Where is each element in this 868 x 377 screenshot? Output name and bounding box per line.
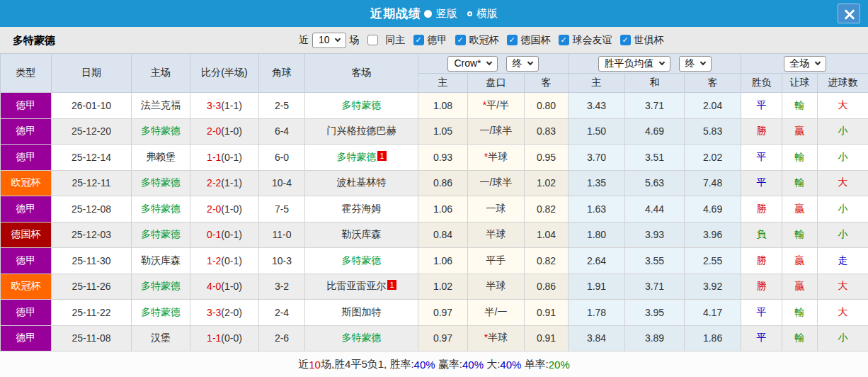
sub-header-odds-away: 客 <box>525 74 569 93</box>
avg-odds-home: 2.64 <box>569 248 625 274</box>
half-score: (0-1) <box>221 229 242 240</box>
away-team-name: 斯图加特 <box>342 306 382 317</box>
odds-period-select[interactable]: 终 <box>506 56 539 72</box>
league-badge: 德甲 <box>1 325 52 351</box>
handicap-line: *半球 <box>468 325 525 351</box>
result-handicap: 贏 <box>782 274 818 300</box>
avg-odds-home: 1.63 <box>569 196 625 223</box>
unit-label: 场 <box>350 34 360 47</box>
col-header-type: 类型 <box>1 54 52 93</box>
score-cell: 3-3(1-1) <box>190 93 259 119</box>
match-date: 25-12-03 <box>52 222 132 248</box>
summary-segment: 近 <box>298 358 309 371</box>
handicap-line: 一/球半 <box>468 170 525 196</box>
handicap-text: 一/球半 <box>480 176 513 188</box>
away-team: 多特蒙德 <box>305 325 418 351</box>
german-cup-checkbox[interactable] <box>507 35 518 45</box>
handicap-odds-home: 0.97 <box>418 325 468 351</box>
avg-odds-draw: 3.93 <box>625 222 685 248</box>
vertical-layout-radio-icon[interactable] <box>424 10 432 18</box>
home-team: 法兰克福 <box>132 93 190 119</box>
avg-odds-draw: 3.51 <box>625 145 685 171</box>
champions-league-checkbox[interactable] <box>455 35 466 45</box>
score-cell: 0-1(0-1) <box>190 222 259 248</box>
avg-odds-select[interactable]: 胜平负均值 <box>598 56 670 72</box>
results-tbody: 德甲26-01-10法兰克福3-3(1-1)2-5多特蒙德1.08*平/半0.8… <box>1 93 868 351</box>
same-home-checkbox[interactable] <box>367 35 378 45</box>
full-score: 0-1 <box>207 229 221 240</box>
avg-odds-home: 3.43 <box>569 93 625 119</box>
sub-header-result: 胜负 <box>741 74 782 93</box>
handicap-odds-away: 0.95 <box>525 145 569 171</box>
handicap-line: 一/球半 <box>468 118 525 145</box>
chevron-down-icon <box>814 59 820 64</box>
home-team: 多特蒙德 <box>132 196 190 223</box>
odds-company-select[interactable]: Crow* <box>447 56 497 72</box>
handicap-text: 半球 <box>488 151 508 162</box>
away-team: 斯图加特 <box>305 300 418 326</box>
handicap-line: 半球 <box>468 222 525 248</box>
away-team: 多特蒙德 <box>305 93 418 119</box>
result-outcome: 勝 <box>741 274 782 300</box>
corners: 2-6 <box>259 325 305 351</box>
handicap-odds-home: 0.97 <box>418 300 468 326</box>
handicap-text: 一球 <box>486 203 506 214</box>
full-score: 1-1 <box>207 332 221 344</box>
league-badge: 德甲 <box>1 196 52 223</box>
horizontal-layout-radio-icon[interactable] <box>467 11 472 16</box>
result-handicap: 輸 <box>782 93 818 119</box>
handicap-text: 平/半 <box>486 99 509 111</box>
vertical-layout-option[interactable]: 竖版 <box>436 7 457 21</box>
half-score: (1-0) <box>221 125 242 137</box>
handicap-line: *半球 <box>468 145 525 171</box>
col-header-corners: 角球 <box>259 54 305 93</box>
avg-odds-away: 7.48 <box>685 170 741 196</box>
corners: 10-3 <box>259 248 305 274</box>
avg-period-select[interactable]: 终 <box>679 56 712 72</box>
summary-segment: 20% <box>549 359 570 371</box>
away-team-name: 多特蒙德 <box>336 151 376 162</box>
result-outcome: 勝 <box>741 196 782 223</box>
match-row: 德甲26-01-10法兰克福3-3(1-1)2-5多特蒙德1.08*平/半0.8… <box>1 93 868 119</box>
full-score: 1-1 <box>207 152 221 163</box>
recent-count-select[interactable]: 10 <box>312 33 346 48</box>
handicap-odds-away: 0.91 <box>525 325 569 351</box>
result-outcome: 負 <box>741 222 782 248</box>
scope-controls-cell: 全场 <box>741 54 868 74</box>
avg-odds-draw: 4.44 <box>625 196 685 223</box>
corners: 2-4 <box>259 300 305 326</box>
score-cell: 2-0(1-0) <box>190 196 259 223</box>
bundesliga-checkbox[interactable] <box>413 35 424 45</box>
handicap-odds-away: 0.86 <box>525 274 569 300</box>
corners: 3-2 <box>259 274 305 300</box>
result-handicap: 贏 <box>782 118 818 145</box>
league-badge: 欧冠杯 <box>1 170 52 196</box>
recent-results-panel: 近期战绩 竖版 横版 多特蒙德 近 10 场 同主 德甲 欧冠杯 <box>0 0 868 377</box>
handicap-odds-home: 1.06 <box>418 248 468 274</box>
league-badge: 德国杯 <box>1 222 52 248</box>
horizontal-layout-option[interactable]: 横版 <box>476 7 498 21</box>
bundesliga-label: 德甲 <box>428 34 447 47</box>
team-name: 多特蒙德 <box>13 33 55 47</box>
match-row: 德甲25-11-08汉堡1-1(0-0)2-6多特蒙德0.97*半球0.913.… <box>1 325 868 351</box>
result-goals: 小 <box>818 145 868 171</box>
odds-controls-cell: Crow* 终 <box>418 54 569 74</box>
sub-header-avg-draw: 和 <box>625 74 685 93</box>
result-handicap: 輸 <box>782 325 818 351</box>
friendly-checkbox[interactable] <box>559 35 569 45</box>
club-world-cup-checkbox[interactable] <box>620 35 631 45</box>
summary-segment: 40% <box>462 359 484 371</box>
handicap-odds-home: 1.02 <box>418 274 468 300</box>
half-score: (2-0) <box>221 307 242 318</box>
close-button[interactable] <box>838 4 860 23</box>
result-handicap: 贏 <box>782 248 818 274</box>
scope-select[interactable]: 全场 <box>784 56 826 72</box>
corners: 10-4 <box>259 170 305 196</box>
full-score: 2-2 <box>207 177 221 188</box>
match-row: 德甲25-11-30勒沃库森1-2(0-1)10-3多特蒙德1.06平手0.82… <box>1 248 868 274</box>
avg-odds-draw: 5.63 <box>625 170 685 196</box>
avg-odds-away: 3.92 <box>685 274 741 300</box>
handicap-odds-home: 1.05 <box>418 118 468 145</box>
result-goals: 大 <box>818 170 868 196</box>
full-score: 1-2 <box>207 255 221 266</box>
